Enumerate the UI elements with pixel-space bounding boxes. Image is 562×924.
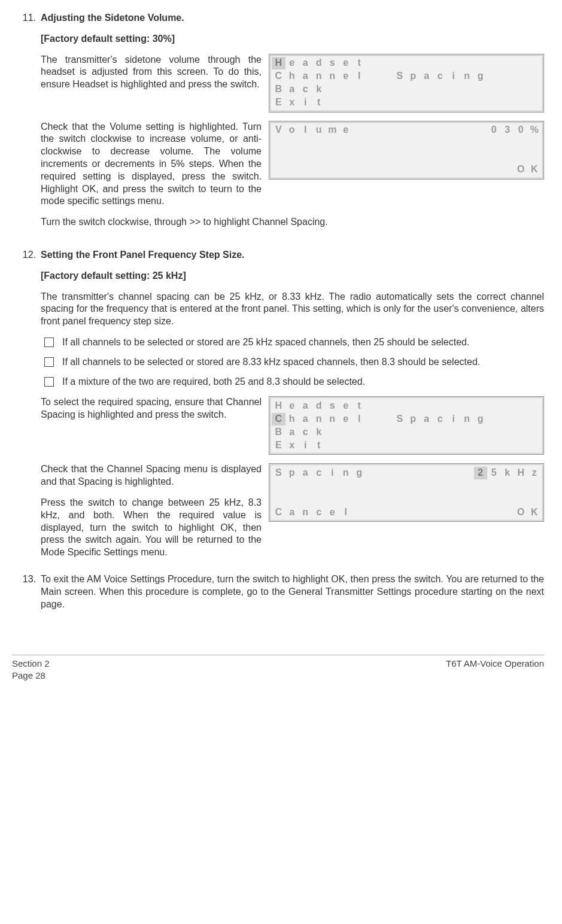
list-item: If a mixture of the two are required, bo… bbox=[41, 376, 544, 388]
lcd-cell: 2 bbox=[474, 467, 488, 479]
lcd-cell: S bbox=[393, 413, 407, 425]
row-text-lcd: Check that the Volume setting is highlig… bbox=[41, 121, 544, 208]
paragraph: To select the required spacing, ensure t… bbox=[41, 396, 262, 421]
lcd-cell: K bbox=[528, 163, 542, 176]
lcd-cell: c bbox=[312, 506, 326, 519]
footer-section: Section 2 bbox=[12, 658, 50, 670]
lcd-cell: B bbox=[272, 83, 285, 96]
bullet-text: If a mixture of the two are required, bo… bbox=[62, 376, 544, 388]
lcd-cell: g bbox=[353, 467, 366, 479]
lcd-cell: p bbox=[406, 70, 420, 83]
lcd-cell: t bbox=[312, 439, 326, 452]
lcd-cell: a bbox=[285, 506, 299, 519]
step-11: 11. Adjusting the Sidetone Volume. [Fact… bbox=[12, 12, 544, 237]
lcd-cell: E bbox=[272, 439, 285, 452]
lcd-cell: a bbox=[285, 426, 299, 439]
lcd-cell: p bbox=[406, 413, 420, 425]
lcd-cell: H bbox=[272, 57, 285, 69]
paragraph: The transmitter's channel spacing can be… bbox=[41, 291, 544, 328]
lcd-cell: d bbox=[312, 400, 326, 412]
lcd-cell: c bbox=[433, 70, 447, 83]
lcd-cell: O bbox=[514, 506, 528, 519]
bullet-text: If all channels to be selected or stored… bbox=[62, 336, 544, 349]
footer-page: Page 28 bbox=[12, 670, 50, 682]
lcd-cell: s bbox=[326, 57, 339, 69]
row-text-lcd: Check that the Channel Spacing menu is d… bbox=[41, 463, 544, 559]
lcd-cell: n bbox=[312, 70, 326, 83]
lcd-cell: d bbox=[312, 57, 326, 69]
page-footer: Section 2 Page 28 T6T AM-Voice Operation bbox=[12, 655, 544, 681]
lcd-cell: g bbox=[474, 413, 488, 425]
lcd-cell: n bbox=[299, 506, 312, 519]
lcd-cell: c bbox=[299, 426, 312, 439]
lcd-cell: n bbox=[326, 413, 339, 425]
lcd-row: H e a d s e t bbox=[272, 57, 541, 70]
lcd-cell: B bbox=[272, 426, 285, 439]
step-12: 12. Setting the Front Panel Frequency St… bbox=[12, 249, 544, 567]
lcd-cell: t bbox=[353, 400, 366, 412]
lcd-cell: i bbox=[447, 413, 461, 425]
lcd-cell: x bbox=[285, 96, 299, 109]
lcd-cell: i bbox=[299, 96, 312, 109]
lcd-cell: C bbox=[272, 70, 285, 83]
lcd-cell: O bbox=[514, 163, 528, 176]
lcd-cell: % bbox=[528, 124, 542, 136]
lcd-cell: l bbox=[353, 413, 366, 425]
lcd-cell: k bbox=[312, 426, 326, 439]
lcd-cell: l bbox=[299, 124, 312, 136]
lcd-cell: S bbox=[272, 467, 285, 479]
lcd-cell: V bbox=[272, 124, 285, 136]
lcd-cell: n bbox=[460, 413, 474, 425]
default-setting: [Factory default setting: 25 kHz] bbox=[41, 270, 544, 282]
lcd-cell: a bbox=[299, 467, 312, 479]
default-setting: [Factory default setting: 30%] bbox=[41, 33, 544, 45]
lcd-cell: h bbox=[285, 70, 299, 83]
step-title: Setting the Front Panel Frequency Step S… bbox=[41, 249, 544, 262]
step-body: Setting the Front Panel Frequency Step S… bbox=[41, 249, 544, 567]
lcd-cell: u bbox=[312, 124, 326, 136]
lcd-panel-headset: H e a d s e t C h a n n e l bbox=[269, 54, 544, 113]
lcd-cell: s bbox=[326, 400, 339, 412]
lcd-cell: z bbox=[528, 467, 542, 479]
lcd-panel-spacing-value: S p a c i n g 2 5 k H z bbox=[269, 463, 544, 522]
lcd-cell: m bbox=[326, 124, 339, 136]
lcd-cell: a bbox=[299, 400, 312, 412]
lcd-cell: h bbox=[285, 413, 299, 425]
lcd-cell: n bbox=[339, 467, 353, 479]
lcd-cell: i bbox=[447, 70, 461, 83]
lcd-cell: t bbox=[353, 57, 366, 69]
lcd-panel-volume: V o l u m e 0 3 0 % bbox=[269, 121, 544, 180]
paragraph: Check that the Volume setting is highlig… bbox=[41, 121, 262, 208]
lcd-cell: l bbox=[339, 506, 353, 519]
lcd-cell: e bbox=[339, 124, 353, 136]
lcd-cell: a bbox=[420, 70, 434, 83]
bullet-list: If all channels to be selected or stored… bbox=[41, 336, 544, 388]
bullet-text: If all channels to be selected or stored… bbox=[62, 356, 544, 369]
lcd-cell: c bbox=[299, 83, 312, 96]
lcd-cell: k bbox=[312, 83, 326, 96]
lcd-cell: e bbox=[339, 57, 353, 69]
lcd-cell: S bbox=[393, 70, 407, 83]
lcd-cell: 0 bbox=[514, 124, 528, 136]
lcd-cell: x bbox=[285, 439, 299, 452]
lcd-cell: C bbox=[272, 413, 285, 425]
step-title: Adjusting the Sidetone Volume. bbox=[41, 12, 544, 25]
lcd-cell: g bbox=[474, 70, 488, 83]
lcd-cell: n bbox=[460, 70, 474, 83]
lcd-cell: a bbox=[299, 57, 312, 69]
lcd-cell: a bbox=[299, 413, 312, 425]
step-number: 12. bbox=[12, 249, 41, 567]
row-text-lcd: To select the required spacing, ensure t… bbox=[41, 396, 544, 455]
lcd-cell: H bbox=[514, 467, 528, 479]
lcd-cell: e bbox=[285, 400, 299, 412]
checkbox-icon bbox=[44, 377, 54, 387]
lcd-cell: K bbox=[528, 506, 542, 519]
paragraph: The transmitter's sidetone volume throug… bbox=[41, 54, 262, 91]
lcd-cell: e bbox=[339, 400, 353, 412]
step-number: 11. bbox=[12, 12, 41, 237]
lcd-cell: c bbox=[312, 467, 326, 479]
lcd-cell: a bbox=[299, 70, 312, 83]
lcd-cell: c bbox=[433, 413, 447, 425]
lcd-cell: p bbox=[285, 467, 299, 479]
lcd-cell: t bbox=[312, 96, 326, 109]
